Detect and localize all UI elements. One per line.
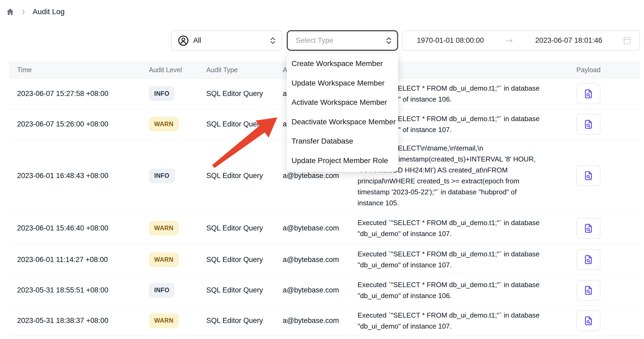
filter-bar: All Select Type 1970-01-01 08:00:00 2023… (171, 30, 640, 51)
cell-audit-level: WARN (149, 252, 206, 267)
up-down-chevrons-icon (269, 37, 276, 45)
audit-level-badge: INFO (149, 86, 175, 101)
cell-time: 2023-06-01 16:48:43 +08:00 (9, 172, 149, 180)
date-range-start[interactable]: 1970-01-01 08:00:00 (417, 36, 484, 45)
view-payload-button[interactable] (576, 165, 600, 186)
cell-audit-type: SQL Editor Query (206, 172, 283, 180)
cell-payload (572, 249, 640, 270)
calendar-icon (622, 35, 633, 46)
cell-audit-level: INFO (149, 168, 206, 183)
type-menu-item[interactable]: Update Workspace Member (287, 74, 398, 93)
up-down-chevrons-icon (385, 37, 392, 45)
audit-level-badge: WARN (149, 117, 179, 132)
col-header-payload: Payload (572, 66, 640, 74)
right-arrow-icon (505, 37, 514, 45)
audit-level-badge: WARN (149, 221, 179, 236)
type-menu-item[interactable]: Activate Workspace Member (287, 93, 398, 112)
cell-audit-level: WARN (149, 117, 206, 132)
cell-actor: a@bytebase.com (283, 286, 358, 294)
file-search-icon (583, 170, 594, 181)
file-search-icon (583, 119, 594, 130)
cell-audit-type: SQL Editor Query (206, 256, 283, 264)
view-payload-button[interactable] (576, 280, 600, 301)
page-title: Audit Log (33, 7, 65, 16)
type-menu-item[interactable]: Create Workspace Member (287, 54, 398, 74)
person-circle-icon (177, 35, 189, 47)
cell-time: 2023-06-01 11:14:27 +08:00 (9, 256, 149, 264)
cell-payload (572, 280, 640, 301)
cell-audit-level: WARN (149, 313, 206, 328)
cell-payload (572, 218, 640, 239)
type-menu-item[interactable]: Deactivate Workspace Member (287, 112, 398, 132)
file-search-icon (583, 88, 594, 99)
cell-time: 2023-06-07 15:27:58 +08:00 (9, 90, 149, 98)
view-payload-button[interactable] (576, 114, 600, 135)
cell-actor: a@bytebase.com (283, 317, 358, 325)
type-menu-item[interactable]: Transfer Database (287, 132, 398, 151)
view-payload-button[interactable] (576, 83, 600, 104)
cell-comment: Executed `"SELECT * FROM db_ui_demo.t1;"… (358, 279, 572, 301)
cell-audit-type: SQL Editor Query (206, 90, 283, 98)
view-payload-button[interactable] (576, 249, 600, 270)
cell-time: 2023-05-31 18:55:51 +08:00 (9, 286, 149, 294)
home-icon[interactable] (6, 7, 14, 16)
breadcrumb: Audit Log (6, 7, 65, 16)
cell-audit-level: INFO (149, 86, 206, 101)
view-payload-button[interactable] (576, 218, 600, 239)
audit-level-badge: WARN (149, 252, 179, 267)
file-search-icon (583, 254, 594, 265)
cell-audit-level: WARN (149, 221, 206, 236)
date-range-end[interactable]: 2023-06-07 18:01:46 (535, 36, 602, 45)
cell-actor: a@bytebase.com (283, 224, 358, 232)
cell-comment: Executed `"SELECT * FROM db_ui_demo.t1;"… (358, 249, 572, 271)
type-filter-select[interactable]: Select Type (287, 30, 398, 51)
file-search-icon (583, 285, 594, 296)
cell-time: 2023-06-07 15:26:00 +08:00 (9, 120, 149, 128)
col-header-audit-level: Audit Level (149, 66, 206, 74)
col-header-audit-type: Audit Type (206, 66, 283, 74)
table-row: 2023-06-01 11:14:27 +08:00WARNSQL Editor… (9, 245, 640, 275)
col-header-time: Time (9, 66, 149, 74)
audit-level-badge: INFO (149, 283, 175, 298)
type-filter-placeholder: Select Type (296, 36, 333, 45)
cell-payload (572, 165, 640, 186)
actor-filter-select[interactable]: All (171, 30, 282, 51)
breadcrumb-separator-icon (20, 9, 27, 15)
type-filter-dropdown-menu: Create Workspace MemberUpdate Workspace … (287, 52, 398, 172)
cell-payload (572, 114, 640, 135)
audit-level-badge: WARN (149, 313, 179, 328)
cell-audit-type: SQL Editor Query (206, 286, 283, 294)
cell-audit-type: SQL Editor Query (206, 317, 283, 325)
file-search-icon (583, 315, 594, 326)
cell-actor: a@bytebase.com (283, 172, 358, 180)
cell-time: 2023-06-01 15:46:40 +08:00 (9, 224, 149, 232)
cell-payload (572, 83, 640, 104)
date-range-picker[interactable]: 1970-01-01 08:00:00 2023-06-07 18:01:46 (402, 30, 640, 51)
cell-audit-type: SQL Editor Query (206, 120, 283, 128)
cell-comment: Executed `"SELECT * FROM db_ui_demo.t1;"… (358, 217, 572, 239)
view-payload-button[interactable] (576, 310, 600, 331)
cell-actor: a@bytebase.com (283, 256, 358, 264)
actor-filter-value: All (193, 36, 201, 45)
cell-payload (572, 310, 640, 331)
type-menu-item[interactable]: Update Project Member Role (287, 151, 398, 171)
cell-time: 2023-05-31 18:38:37 +08:00 (9, 317, 149, 325)
file-search-icon (583, 223, 594, 234)
cell-comment: Executed `"SELECT * FROM db_ui_demo.t1;"… (358, 310, 572, 332)
cell-audit-type: SQL Editor Query (206, 224, 283, 232)
table-row: 2023-05-31 18:55:51 +08:00INFOSQL Editor… (9, 275, 640, 306)
table-row: 2023-06-01 15:46:40 +08:00WARNSQL Editor… (9, 212, 640, 245)
audit-level-badge: INFO (149, 168, 175, 183)
table-row: 2023-05-31 18:38:37 +08:00WARNSQL Editor… (9, 306, 640, 336)
cell-audit-level: INFO (149, 283, 206, 298)
